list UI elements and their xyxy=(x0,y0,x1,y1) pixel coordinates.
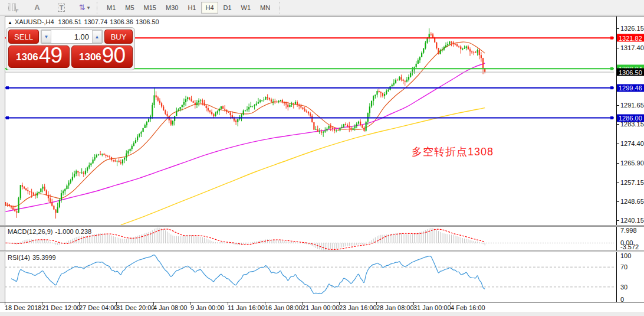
toolbar-separator xyxy=(97,2,100,14)
volume-value[interactable]: 1.00 xyxy=(51,30,92,43)
buy-button[interactable]: BUY xyxy=(104,30,133,44)
window-bottom-edge xyxy=(0,312,644,316)
timeframe-button-M30[interactable]: M30 xyxy=(162,2,182,14)
price-line-label: 1286.00 xyxy=(617,114,644,122)
timeframe-button-H4[interactable]: H4 xyxy=(201,2,218,14)
low-value: 1306.36 xyxy=(110,18,133,25)
timeframe-button-M15[interactable]: M15 xyxy=(140,2,160,14)
chart-title: ▲XAUUSD-,H4 1306.511307.741306.361306.50 xyxy=(8,18,162,25)
timeframe-button-W1[interactable]: W1 xyxy=(237,2,255,14)
time-tick-label: 31 Jan 00:00 xyxy=(413,304,451,311)
chevron-down-icon[interactable]: ▾ xyxy=(87,5,90,11)
grid-icon: F xyxy=(8,4,16,11)
buy-price-pips: 90 xyxy=(102,45,125,66)
price-tick-mark xyxy=(617,183,619,183)
symbol-label: XAUUSD-,H4 xyxy=(15,18,54,25)
current-price-label: 1306.50 xyxy=(617,69,644,76)
price-tick-mark xyxy=(617,163,619,164)
price-tick-mark xyxy=(617,28,619,29)
timeframe-button-D1[interactable]: D1 xyxy=(219,2,236,14)
price-tick-label: 1248.65 xyxy=(620,198,644,205)
rsi-axis-label: 100 xyxy=(620,252,631,259)
price-tick-label: 1283.15 xyxy=(620,120,644,128)
price-tick-label: 1326.15 xyxy=(620,25,644,32)
price-tick-mark xyxy=(617,48,619,48)
timeframe-toolbar: M1M5M15M30H1H4D1W1MN xyxy=(102,2,275,14)
sell-price-main: 1306 xyxy=(16,48,38,66)
price-tick-mark xyxy=(617,220,619,221)
macd-label: MACD(12,26,9)-1.000 0.238 xyxy=(8,228,94,235)
price-tick-label: 1257.15 xyxy=(620,179,644,186)
time-tick-label: 21 Dec 12:00 xyxy=(42,304,80,311)
price-tick-mark xyxy=(617,201,619,202)
one-click-trading-panel: SELL ▼ 1.00 ▲ BUY 1306 49 1306 90 xyxy=(6,27,135,70)
time-tick-label: 9 Jan 00:00 xyxy=(190,304,225,311)
time-tick-label: 4 Jan 08:00 xyxy=(153,304,188,311)
macd-axis-min: -3.572 xyxy=(620,243,639,250)
letter-t-icon: T xyxy=(58,4,65,12)
pane-separator[interactable] xyxy=(0,250,644,252)
buy-price-panel[interactable]: 1306 90 xyxy=(71,45,133,68)
price-tick-label: 1240.15 xyxy=(620,217,644,224)
time-tick-label: 27 Dec 04:00 xyxy=(79,304,117,311)
rsi-axis-label: 30 xyxy=(620,284,627,291)
time-axis[interactable]: 18 Dec 201821 Dec 12:0027 Dec 04:0031 De… xyxy=(0,302,644,312)
price-line-label: 1321.82 xyxy=(617,34,644,42)
price-tick-mark xyxy=(617,105,619,106)
grid-snap-button[interactable]: F xyxy=(5,2,19,14)
time-tick-label: 4 Feb 16:00 xyxy=(451,304,485,311)
sell-price-pips: 49 xyxy=(39,45,62,66)
rsi-axis-label: 70 xyxy=(620,263,627,271)
letter-a-icon: A xyxy=(34,3,40,12)
sell-price-panel[interactable]: 1306 49 xyxy=(8,45,70,68)
time-tick-label: 18 Dec 2018 xyxy=(5,304,41,311)
sell-button[interactable]: SELL xyxy=(8,30,39,44)
expand-triangle-icon: ▲ xyxy=(8,20,12,25)
timeframe-button-H1[interactable]: H1 xyxy=(183,2,200,14)
timeframe-button-M5[interactable]: M5 xyxy=(121,2,138,14)
macd-axis-max: 7.998 xyxy=(620,227,637,234)
pane-separator[interactable] xyxy=(0,225,644,227)
buy-price-main: 1306 xyxy=(79,48,101,66)
volume-increase-button[interactable]: ▲ xyxy=(92,30,102,43)
price-tick-label: 1317.40 xyxy=(620,44,644,51)
rsi-label: RSI(14)35.3999 xyxy=(8,254,58,261)
arrange-arrows-icon: ⇅ xyxy=(79,3,86,12)
time-tick-label: 11 Jan 16:00 xyxy=(228,304,265,311)
app-window: F A T ⇅ ▾ M1M5M15M30H1H4D1W1MN ▲XAUUSD-,… xyxy=(0,0,644,316)
price-line-label: 1299.46 xyxy=(617,84,644,92)
price-tick-mark xyxy=(617,124,619,125)
close-value: 1306.50 xyxy=(136,18,159,25)
time-tick-label: 28 Jan 08:00 xyxy=(376,304,414,311)
arrange-button[interactable]: ⇅ ▾ xyxy=(77,2,91,14)
time-tick-label: 23 Jan 16:00 xyxy=(339,304,377,311)
open-value: 1306.51 xyxy=(58,18,82,25)
time-tick-label: 21 Jan 00:00 xyxy=(302,304,340,311)
main-toolbar: F A T ⇅ ▾ M1M5M15M30H1H4D1W1MN xyxy=(0,0,644,15)
macd-values: -1.000 0.238 xyxy=(55,228,91,235)
price-tick-label: 1291.65 xyxy=(620,102,644,109)
price-tick-label: 1265.90 xyxy=(620,159,644,167)
high-value: 1307.74 xyxy=(84,18,107,25)
text-label-button[interactable]: A xyxy=(30,2,44,14)
text-box-button[interactable]: T xyxy=(54,2,68,14)
volume-decrease-button[interactable]: ▼ xyxy=(41,30,51,43)
time-tick-label: 31 Dec 20:00 xyxy=(116,304,155,311)
rsi-value: 35.3999 xyxy=(32,254,56,261)
timeframe-button-MN[interactable]: MN xyxy=(256,2,274,14)
price-tick-label: 1274.40 xyxy=(620,140,644,147)
volume-stepper: ▼ 1.00 ▲ xyxy=(41,30,103,44)
timeframe-button-M1[interactable]: M1 xyxy=(103,2,120,14)
price-tick-mark xyxy=(617,144,619,144)
time-tick-label: 16 Jan 08:00 xyxy=(265,304,303,311)
toolbar-separator xyxy=(280,2,282,14)
